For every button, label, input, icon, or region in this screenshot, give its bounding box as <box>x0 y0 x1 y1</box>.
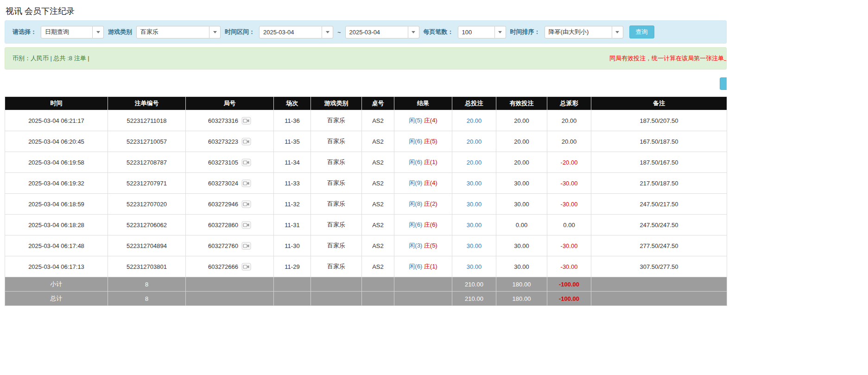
empty-cell <box>186 277 274 292</box>
result-player: 闲(6) <box>409 263 422 270</box>
cell-result: 闲(5) 庄(4) <box>394 110 452 131</box>
total-bet-link[interactable]: 30.00 <box>467 180 482 187</box>
cell-time: 2025-03-04 06:20:45 <box>5 131 108 152</box>
video-replay-icon[interactable] <box>241 179 251 187</box>
cell-time: 2025-03-04 06:18:28 <box>5 215 108 235</box>
total-bet-link[interactable]: 30.00 <box>467 201 482 208</box>
date-from-input[interactable] <box>259 26 322 38</box>
cell-result: 闲(6) 庄(1) <box>394 152 452 173</box>
date-to-dropdown-button[interactable] <box>408 26 419 38</box>
cell-game-type: 百家乐 <box>311 194 362 215</box>
cell-table-no: AS2 <box>362 152 394 173</box>
cell-table-no: AS2 <box>362 131 394 152</box>
total-bet-link[interactable]: 30.00 <box>467 263 482 270</box>
video-replay-icon[interactable] <box>241 200 251 208</box>
cell-game-type: 百家乐 <box>311 110 362 131</box>
cell-total-bet: 30.00 <box>452 194 496 215</box>
summary-valid-bet: 180.00 <box>496 292 547 306</box>
cell-result: 闲(6) 庄(6) <box>394 215 452 235</box>
video-replay-icon[interactable] <box>241 242 251 250</box>
round-number: 603273105 <box>208 159 238 166</box>
game-type-select[interactable] <box>136 26 209 38</box>
total-bet-link[interactable]: 30.00 <box>467 222 482 229</box>
cell-time: 2025-03-04 06:17:48 <box>5 235 108 256</box>
page-size-dropdown-button[interactable] <box>495 26 506 38</box>
cell-bet-id: 522312708787 <box>108 152 186 173</box>
game-type-dropdown-button[interactable] <box>209 26 221 38</box>
cell-payout: -20.00 <box>547 152 591 173</box>
column-header: 局号 <box>186 97 274 110</box>
date-from-dropdown-button[interactable] <box>322 26 333 38</box>
empty-cell <box>186 292 274 306</box>
cell-session: 11-34 <box>274 152 311 173</box>
cell-round-id: 603272860 <box>186 215 274 235</box>
cell-time: 2025-03-04 06:17:13 <box>5 256 108 277</box>
result-player: 闲(5) <box>409 117 422 124</box>
export-button[interactable] <box>720 77 727 90</box>
cell-bet-id: 522312711018 <box>108 110 186 131</box>
cell-payout: -30.00 <box>547 173 591 194</box>
summary-total-bet: 210.00 <box>452 277 496 292</box>
total-bet-link[interactable]: 20.00 <box>467 117 482 124</box>
page-size-select[interactable] <box>458 26 495 38</box>
cell-payout: 20.00 <box>547 131 591 152</box>
cell-round-id: 603273223 <box>186 131 274 152</box>
column-header: 备注 <box>591 97 727 110</box>
date-from-combobox <box>259 26 333 38</box>
cell-bet-id: 522312706062 <box>108 215 186 235</box>
date-to-combobox <box>345 26 419 38</box>
date-query-combobox <box>41 26 104 38</box>
total-bet-link[interactable]: 30.00 <box>467 242 482 249</box>
caret-down-icon <box>96 31 100 33</box>
table-header-row: 时间注单编号局号场次游戏类别桌号结果总投注有效投注总派彩备注 <box>5 97 727 110</box>
column-header: 总投注 <box>452 97 496 110</box>
cell-valid-bet: 20.00 <box>496 110 547 131</box>
caret-down-icon <box>498 31 502 33</box>
search-button[interactable]: 查询 <box>629 25 654 38</box>
video-replay-icon[interactable] <box>241 159 251 166</box>
table-row: 2025-03-04 06:18:28522312706062603272860… <box>5 215 727 235</box>
column-header: 时间 <box>5 97 108 110</box>
date-to-input[interactable] <box>345 26 408 38</box>
date-query-select[interactable] <box>41 26 93 38</box>
video-replay-icon[interactable] <box>241 117 251 125</box>
filter-bar: 请选择： 游戏类别 时间区间： ~ 每页笔数： 时间排序： <box>5 20 727 44</box>
summary-count: 8 <box>108 292 186 306</box>
round-number: 603272860 <box>208 222 238 229</box>
cell-round-id: 603272946 <box>186 194 274 215</box>
empty-cell <box>394 277 452 292</box>
table-row: 2025-03-04 06:18:59522312707020603272946… <box>5 194 727 215</box>
cell-round-id: 603272666 <box>186 256 274 277</box>
result-banker: 庄(5) <box>424 242 437 249</box>
cell-round-id: 603272760 <box>186 235 274 256</box>
caret-down-icon <box>326 31 329 33</box>
toolbar-row <box>0 70 727 96</box>
cell-bet-id: 522312710057 <box>108 131 186 152</box>
video-replay-icon[interactable] <box>241 138 251 146</box>
table-row: 2025-03-04 06:19:32522312707971603273024… <box>5 173 727 194</box>
table-row: 2025-03-04 06:21:17522312711018603273316… <box>5 110 727 131</box>
cell-bet-id: 522312707020 <box>108 194 186 215</box>
sort-order-dropdown-button[interactable] <box>612 26 623 38</box>
summary-payout: -100.00 <box>547 292 591 306</box>
cell-valid-bet: 30.00 <box>496 256 547 277</box>
empty-cell <box>394 292 452 306</box>
cell-payout: 0.00 <box>547 215 591 235</box>
total-bet-link[interactable]: 20.00 <box>467 159 482 166</box>
cell-table-no: AS2 <box>362 256 394 277</box>
column-header: 桌号 <box>362 97 394 110</box>
cell-session: 11-31 <box>274 215 311 235</box>
video-replay-icon[interactable] <box>241 221 251 229</box>
empty-cell <box>274 292 311 306</box>
cell-session: 11-29 <box>274 256 311 277</box>
cell-total-bet: 20.00 <box>452 110 496 131</box>
cell-game-type: 百家乐 <box>311 215 362 235</box>
cell-valid-bet: 30.00 <box>496 235 547 256</box>
sort-order-select[interactable] <box>545 26 612 38</box>
cell-result: 闲(3) 庄(5) <box>394 235 452 256</box>
cell-valid-bet: 20.00 <box>496 152 547 173</box>
cell-result: 闲(8) 庄(2) <box>394 194 452 215</box>
video-replay-icon[interactable] <box>241 263 251 271</box>
date-query-dropdown-button[interactable] <box>93 26 104 38</box>
total-bet-link[interactable]: 20.00 <box>467 138 482 145</box>
